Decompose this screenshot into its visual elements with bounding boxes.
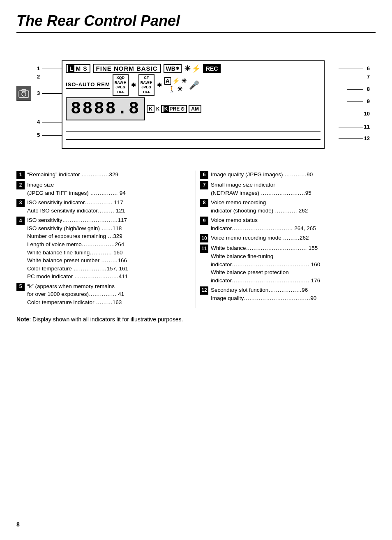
- ref-num-badge: 3: [16, 199, 25, 207]
- ref-item-text: Voice memo recording indicator (shooting…: [211, 198, 371, 215]
- svg-rect-2: [22, 90, 26, 91]
- ref-num-badge: 6: [200, 171, 208, 179]
- ref-num-badge: 8: [200, 199, 208, 207]
- ref-num-badge: 12: [200, 286, 208, 295]
- label-8: 8: [367, 86, 370, 92]
- lcd-panel: L M S FINE NORM BASIC WB✱ ☀⚡ REC ISO-AUT…: [62, 60, 325, 149]
- note-text: : Display shown with all indicators lit …: [29, 316, 183, 323]
- ref-item-text: Image quality (JPEG images) …………90: [211, 171, 371, 179]
- ptr-7: [339, 77, 363, 77]
- ref-col-left: 1“Remaining” indicator ……………3292Image si…: [16, 171, 196, 308]
- note-line: Note: Display shown with all indicators …: [16, 315, 376, 324]
- ref-item-text: “Remaining” indicator ……………329: [27, 171, 191, 179]
- line-4: [66, 131, 321, 132]
- ref-item: 6Image quality (JPEG images) …………90: [200, 171, 371, 179]
- ptr-2: [42, 77, 53, 77]
- ref-item-text: Small image size indicator (NEF/RAW imag…: [211, 181, 371, 197]
- ref-item-text: Image size (JPEG and TIFF images) …………… …: [27, 181, 191, 197]
- ref-item-text: Secondary slot function………………96 Image qu…: [211, 286, 371, 302]
- ref-item-text: “k” (appears when memory remains for ove…: [27, 282, 191, 307]
- svg-point-1: [22, 92, 26, 96]
- ref-num-badge: 5: [16, 283, 25, 291]
- ref-num-badge: 4: [16, 217, 25, 225]
- ref-item: 12Secondary slot function………………96 Image …: [200, 286, 371, 302]
- ref-item: 3ISO sensitivity indicator…………… 117 Auto…: [16, 198, 191, 215]
- ref-num-badge: 11: [200, 245, 208, 253]
- line-5: [66, 139, 321, 140]
- camera-icon: [16, 86, 31, 101]
- ptr-12: [339, 138, 363, 139]
- ref-item: 1“Remaining” indicator ……………329: [16, 171, 191, 179]
- ref-col-right: 6Image quality (JPEG images) …………907Smal…: [196, 171, 376, 308]
- page-number: 8: [16, 521, 20, 528]
- label-1: 1: [37, 65, 40, 72]
- ref-item-text: Voice memo recording mode ………262: [211, 234, 371, 242]
- ptr-10: [347, 114, 363, 114]
- label-3: 3: [37, 90, 40, 96]
- label-10: 10: [364, 111, 370, 117]
- ref-item: 7Small image size indicator (NEF/RAW ima…: [200, 181, 371, 197]
- ptr-3: [42, 93, 62, 94]
- ref-num-badge: 10: [200, 234, 208, 242]
- ref-item-text: ISO sensitivity…………………………117 ISO sensiti…: [27, 216, 191, 281]
- ref-num-badge: 2: [16, 181, 25, 189]
- ref-num-badge: 9: [200, 217, 208, 225]
- label-9: 9: [367, 98, 370, 104]
- ptr-6: [339, 69, 363, 69]
- label-4: 4: [37, 119, 40, 125]
- label-11: 11: [364, 124, 370, 130]
- label-2: 2: [37, 74, 40, 80]
- ref-item: 5“k” (appears when memory remains for ov…: [16, 282, 191, 307]
- ref-num-badge: 7: [200, 181, 208, 189]
- ref-item: 8Voice memo recording indicator (shootin…: [200, 198, 371, 215]
- ref-item-text: White balance…………………………… 155 White balan…: [211, 244, 371, 284]
- ref-item-text: ISO sensitivity indicator…………… 117 Auto …: [27, 198, 191, 215]
- ref-item: 10Voice memo recording mode ………262: [200, 234, 371, 242]
- ref-item-text: Voice memo status indicator…………………………… 2…: [211, 216, 371, 232]
- ptr-8: [347, 89, 363, 90]
- label-7: 7: [367, 74, 370, 80]
- ptr-9: [347, 102, 363, 102]
- label-12: 12: [364, 135, 370, 141]
- label-6: 6: [367, 65, 370, 72]
- page-title: The Rear Control Panel: [16, 12, 376, 33]
- diagram: 1 2 3 4 5 6 7 8 9 10 11 12 L M S FINE NO…: [16, 42, 370, 161]
- reference-table: 1“Remaining” indicator ……………3292Image si…: [16, 171, 376, 308]
- ref-item: 2Image size (JPEG and TIFF images) ………………: [16, 181, 191, 197]
- ref-item: 11White balance…………………………… 155 White bal…: [200, 244, 371, 284]
- ptr-11: [339, 127, 363, 127]
- note-label: Note: [16, 316, 29, 323]
- ptr-1: [42, 69, 62, 69]
- ref-item: 4ISO sensitivity…………………………117 ISO sensit…: [16, 216, 191, 281]
- ref-item: 9Voice memo status indicator…………………………… …: [200, 216, 371, 232]
- ref-num-badge: 1: [16, 171, 25, 179]
- label-5: 5: [37, 132, 40, 138]
